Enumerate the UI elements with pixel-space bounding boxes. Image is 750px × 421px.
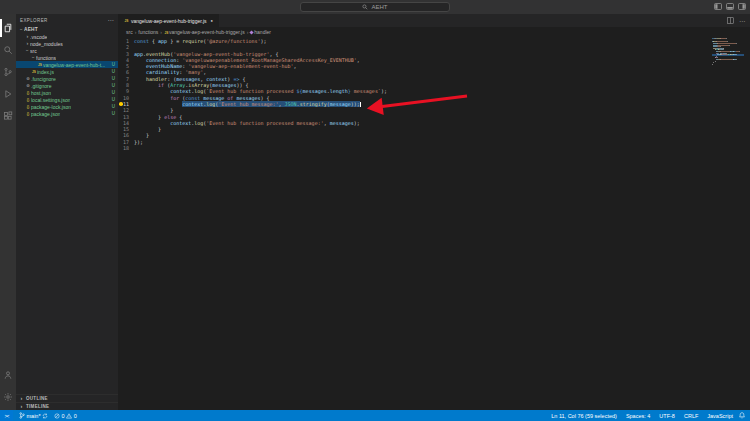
git-branch-icon	[19, 412, 25, 419]
breadcrumb-separator-icon: ›	[135, 29, 137, 35]
status-cursor-position[interactable]: Ln 11, Col 76 (59 selected)	[551, 413, 617, 419]
tree-item-host-json[interactable]: {}host.jsonU	[16, 89, 118, 96]
tree-item-package-lock-json[interactable]: {}package-lock.jsonU	[16, 103, 118, 110]
warnings-icon	[66, 413, 72, 419]
problems-status[interactable]: 0 0	[54, 413, 77, 419]
source-control-icon[interactable]	[0, 61, 16, 83]
js-file-icon: JS	[124, 19, 129, 23]
warnings-count: 0	[74, 413, 77, 419]
tree-item-label: host.json	[31, 90, 51, 96]
errors-icon	[54, 413, 60, 419]
tree-item-gitignore[interactable]: ⚙.gitignoreU	[16, 82, 118, 89]
line-number: 18	[118, 145, 134, 151]
outline-label: OUTLINE	[26, 396, 48, 401]
editor-group: JS vangeluw-aep-event-hub-trigger.js ● ⋯…	[118, 14, 750, 410]
tree-item-package-json[interactable]: {}package.jsonU	[16, 110, 118, 117]
chevron-down-icon: ›	[31, 55, 36, 60]
status-bar: >< main* 0 0 Ln 11, Col 76 (59 selected)…	[0, 410, 750, 421]
status-indentation[interactable]: Spaces: 4	[626, 413, 650, 419]
tree-item-functions[interactable]: ›functions	[16, 54, 118, 61]
tree-item-label: functions	[36, 55, 56, 61]
breadcrumb: src›functions›JSvangeluw-aep-event-hub-t…	[118, 27, 750, 36]
errors-count: 0	[62, 413, 65, 419]
modified-dot-icon[interactable]: ●	[211, 18, 213, 23]
tree-item-vangeluw-aep-event-hub-t[interactable]: JSvangeluw-aep-event-hub-t...U	[16, 61, 118, 68]
file-tree: ›AEHT›.vscode›node_modules›src›functions…	[16, 26, 118, 394]
breadcrumb-separator-icon: ›	[160, 29, 162, 35]
code-line-18[interactable]: 18	[118, 145, 706, 151]
editor-body[interactable]: 1const { app } = require('@azure/functio…	[118, 36, 750, 410]
chevron-down-icon: ›	[19, 27, 24, 32]
status-encoding[interactable]: UTF-8	[659, 413, 675, 419]
run-debug-icon[interactable]	[0, 83, 16, 105]
status-language-mode[interactable]: JavaScript	[707, 413, 733, 419]
status-bar-right: Ln 11, Col 76 (59 selected)Spaces: 4UTF-…	[551, 413, 739, 419]
tree-item-label: .vscode	[30, 34, 47, 40]
toggle-panel-icon[interactable]	[726, 3, 734, 10]
breadcrumb-separator-icon: ›	[247, 29, 249, 35]
tree-item-label: vangeluw-aep-event-hub-t...	[43, 62, 105, 68]
tab-vangeluw-aep-event-hub-trigger[interactable]: JS vangeluw-aep-event-hub-trigger.js ●	[118, 14, 219, 27]
explorer-more-actions-icon[interactable]: ⋯	[108, 17, 114, 23]
explorer-icon[interactable]	[0, 17, 16, 39]
command-center-text: AEHT	[371, 4, 387, 10]
lightbulb-icon[interactable]	[119, 102, 123, 106]
search-icon	[362, 4, 368, 10]
chevron-right-icon: ›	[19, 396, 24, 401]
breadcrumb-label: handler	[254, 29, 271, 35]
extensions-icon[interactable]	[0, 105, 16, 127]
remote-indicator[interactable]: ><	[0, 410, 13, 421]
editor-more-actions-icon[interactable]: ⋯	[739, 19, 745, 23]
tree-item-vscode[interactable]: ›.vscode	[16, 33, 118, 40]
breadcrumb-item[interactable]: handler	[250, 29, 271, 35]
title-bar: AEHT	[0, 0, 750, 14]
vscode-window: AEHT EXPLORER ⋯ ›AEHT›.vscod	[0, 0, 750, 421]
code-area[interactable]: 1const { app } = require('@azure/functio…	[118, 38, 706, 151]
tree-item-src[interactable]: ›src	[16, 47, 118, 54]
settings-gear-icon[interactable]	[0, 386, 16, 408]
tab-label: vangeluw-aep-event-hub-trigger.js	[131, 18, 207, 24]
activity-bar	[0, 14, 16, 410]
chevron-right-icon: ›	[19, 404, 24, 409]
breadcrumb-label: functions	[138, 29, 158, 35]
breadcrumb-label: src	[126, 29, 133, 35]
breadcrumb-item[interactable]: src	[126, 29, 133, 35]
split-editor-icon[interactable]	[727, 17, 734, 24]
outline-section[interactable]: ›OUTLINE	[16, 394, 118, 402]
sync-icon	[42, 413, 48, 419]
tree-item-label: local.settings.json	[31, 97, 70, 103]
explorer-title: EXPLORER	[20, 18, 48, 23]
minimap[interactable]	[712, 38, 744, 67]
tree-item-label: AEHT	[24, 27, 38, 32]
tree-item-label: .gitignore	[31, 83, 52, 89]
explorer-sidebar: EXPLORER ⋯ ›AEHT›.vscode›node_modules›sr…	[16, 14, 118, 410]
account-icon[interactable]	[0, 364, 16, 386]
tree-item-label: package-lock.json	[31, 104, 71, 110]
customize-layout-icon[interactable]	[738, 3, 746, 10]
tree-item-label: index.js	[37, 69, 54, 75]
tree-item-label: .funcignore	[31, 76, 56, 82]
branch-status[interactable]: main*	[19, 412, 48, 419]
tree-item-funcignore[interactable]: ⚙.funcignoreU	[16, 75, 118, 82]
notifications-bell-icon[interactable]	[739, 412, 750, 419]
minimap-line	[712, 65, 744, 67]
branch-name: main*	[27, 413, 41, 419]
command-center-search[interactable]: AEHT	[300, 2, 450, 12]
status-eol[interactable]: CRLF	[684, 413, 698, 419]
tree-item-index-js[interactable]: JSindex.jsU	[16, 68, 118, 75]
tree-item-local-settings-json[interactable]: {}local.settings.jsonU	[16, 96, 118, 103]
breadcrumb-item[interactable]: JSvangeluw-aep-event-hub-trigger.js	[164, 29, 245, 35]
tab-bar: JS vangeluw-aep-event-hub-trigger.js ● ⋯	[118, 14, 750, 27]
tree-item-label: node_modules	[30, 41, 63, 47]
chevron-down-icon: ›	[25, 48, 30, 53]
search-sidebar-icon[interactable]	[0, 39, 16, 61]
sidebar-panels: ›OUTLINE ›TIMELINE	[16, 394, 118, 410]
tree-item-label: src	[30, 48, 37, 54]
timeline-section[interactable]: ›TIMELINE	[16, 402, 118, 410]
breadcrumb-label: vangeluw-aep-event-hub-trigger.js	[169, 29, 245, 35]
tree-item-node-modules[interactable]: ›node_modules	[16, 40, 118, 47]
tree-item-aeht[interactable]: ›AEHT	[16, 26, 118, 33]
timeline-label: TIMELINE	[26, 404, 49, 409]
breadcrumb-item[interactable]: functions	[138, 29, 158, 35]
toggle-sidebar-icon[interactable]	[714, 3, 722, 10]
